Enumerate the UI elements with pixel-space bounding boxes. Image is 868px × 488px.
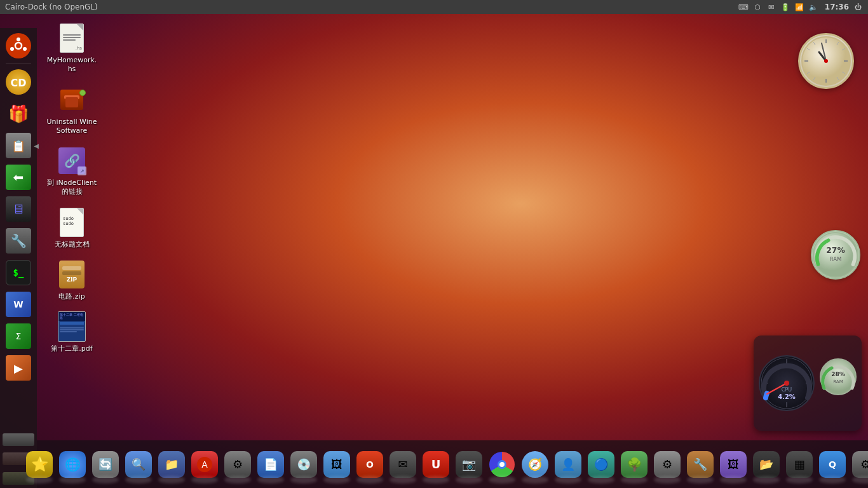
battery-icon: 🔋 [780, 2, 790, 12]
sidebar-collapse-arrow: ◀ [34, 142, 39, 149]
terminal-icon: $_ [6, 260, 31, 285]
dock-item-brown[interactable]: 🔧 [685, 449, 715, 480]
dock-item-bonsai[interactable]: 🌳 [619, 449, 649, 480]
svg-point-20 [824, 59, 828, 63]
svg-point-4 [10, 47, 14, 51]
ubuntu-u-icon: U [423, 451, 449, 478]
dock-item-office[interactable]: O [355, 449, 385, 480]
gift-icon: 🎁 [6, 101, 31, 126]
dock-item-browser[interactable]: 🌐 [57, 449, 88, 480]
bottom-dock: ⭐ 🌐 🔄 🔍 📁 A ⚙ [37, 440, 868, 488]
finder-icon: 📁 [158, 451, 185, 478]
dock-item-chrome[interactable] [487, 449, 517, 480]
sidebar-item-import[interactable]: ⬅ [3, 162, 34, 193]
inodeclient-icon: 🔗 ↗ [57, 146, 87, 176]
sidebar-divider-1 [6, 64, 31, 64]
ram-gauge-face: 27% RAM [811, 230, 860, 280]
ram-gauge-widget: 27% RAM [811, 230, 862, 281]
sidebar-item-cd[interactable]: CD [3, 67, 34, 97]
volume-icon: 🔈 [808, 2, 818, 12]
dock-item-grid[interactable]: ▦ [784, 449, 815, 480]
dock-item-clock[interactable]: 🔍 [123, 449, 154, 480]
svg-text:RAM: RAM [830, 256, 842, 262]
titlebar-title: Cairo-Dock (no OpenGL) [5, 3, 98, 11]
zip-icon: ZIP [57, 259, 87, 290]
wallpaper-icon: 🖼 [720, 451, 747, 478]
sidebar-item-screen[interactable]: 🖥 [3, 194, 34, 224]
desktop-icon-inodeclient[interactable]: 🔗 ↗ 到 iNodeClient 的链接 [43, 143, 100, 200]
wifi-icon: 📶 [794, 2, 804, 12]
sidebar-item-settings[interactable]: 🔧 [3, 226, 34, 256]
dock-item-camera[interactable]: 📷 [454, 449, 484, 480]
sidebar: CD 🎁 📋 ◀ ⬅ 🖥 🔧 $_ W [0, 28, 37, 488]
wine-label: Uninstall Wine Software [46, 118, 98, 136]
dock-item-safari[interactable]: 🧭 [520, 449, 550, 480]
dock-item-accounts[interactable]: 👤 [553, 449, 583, 480]
sidebar-item-calc[interactable]: Σ [3, 321, 34, 351]
desktop-icon-wine[interactable]: Uninstall Wine Software [43, 82, 100, 139]
wine-icon [57, 85, 87, 115]
dock-item-appmenu[interactable]: ⚙ [222, 449, 253, 480]
sidebar-item-writer[interactable]: W [3, 289, 34, 320]
desktop-icon-zip[interactable]: ZIP 电路.zip [43, 257, 100, 304]
desktop-icon-pdf[interactable]: 第十二章 二维电路 第十二章.pdf [43, 309, 100, 356]
myhomework-label: MyHomework.hs [46, 56, 98, 74]
settings-icon: 🔧 [6, 228, 31, 254]
pdf-icon: 第十二章 二维电路 [57, 311, 87, 342]
dock-item-disc[interactable]: 💿 [288, 449, 319, 480]
sidebar-item-files[interactable]: 📋 ◀ [3, 130, 34, 161]
ram-gauge2-group: 28% RAM [819, 358, 857, 396]
dock-item-settings[interactable]: ⚙ [850, 449, 868, 480]
power-icon: ⏻ [853, 2, 863, 12]
import-icon: ⬅ [6, 165, 31, 190]
dock-item-docviewer[interactable]: 📄 [255, 449, 286, 480]
qq-icon: Q [819, 451, 846, 478]
camera-icon: 📷 [456, 451, 482, 478]
dock-item-finder[interactable]: 📁 [156, 449, 187, 480]
sidebar-item-stack1[interactable] [0, 431, 37, 450]
dock-item-email[interactable]: ✉ [388, 449, 418, 480]
dock-item-update[interactable]: 🔄 [90, 449, 121, 480]
accounts-icon: 👤 [555, 451, 581, 478]
browser-icon: 🌐 [59, 451, 86, 478]
svg-text:RAM: RAM [833, 379, 843, 384]
keyboard-icon: ⌨ [738, 2, 749, 12]
sidebar-item-ubuntu[interactable] [3, 30, 34, 61]
svg-point-31 [784, 381, 789, 386]
sidebar-item-presentation[interactable]: ▶ [3, 353, 34, 383]
dock-item-star[interactable]: ⭐ [24, 449, 55, 480]
svg-text:4.2%: 4.2% [778, 393, 796, 400]
photos-icon: 🖼 [323, 451, 350, 478]
sidebar-item-gift[interactable]: 🎁 [3, 98, 34, 129]
office-icon: O [356, 451, 383, 478]
dock-item-qq[interactable]: Q [817, 449, 848, 480]
cd-icon: CD [6, 69, 31, 95]
desktop-icon-untitled[interactable]: sudosudo 无标题文档 [43, 205, 100, 252]
calc-icon: Σ [6, 323, 31, 349]
svg-text:28%: 28% [831, 371, 845, 377]
star-icon: ⭐ [26, 451, 53, 478]
desktop: CD 🎁 📋 ◀ ⬅ 🖥 🔧 $_ W [0, 14, 868, 488]
inodeclient-label: 到 iNodeClient 的链接 [46, 179, 98, 197]
svg-text:27%: 27% [826, 246, 845, 255]
dock-item-syslink[interactable]: ⚙ [652, 449, 682, 480]
zip-label: 电路.zip [58, 292, 85, 301]
sidebar-item-terminal[interactable]: $_ [3, 257, 34, 288]
dual-gauge-container: CPU 4.2% 28% [758, 355, 857, 412]
dock-item-ubuntu-software[interactable]: A [189, 449, 220, 480]
ram-gauge2-svg: 28% RAM [819, 358, 857, 396]
dock-item-photos[interactable]: 🖼 [322, 449, 352, 480]
grid-icon: ▦ [786, 451, 813, 478]
dock-item-ubuntu-u[interactable]: U [421, 449, 451, 480]
dock-item-wallpaper[interactable]: 🖼 [718, 449, 749, 480]
clock-svg [801, 36, 851, 86]
systray: ⌨ ⬡ ✉ 🔋 📶 🔈 17:36 ⏻ [738, 2, 863, 12]
update-icon: 🔄 [92, 451, 119, 478]
desktop-icon-myhomework[interactable]: .hs MyHomework.hs [43, 20, 100, 77]
desktop-icons: .hs MyHomework.hs Uninstall Wine Softwar… [43, 20, 100, 356]
svg-point-3 [23, 47, 27, 51]
dock-item-darkfiles[interactable]: 📂 [751, 449, 782, 480]
dock-item-teal[interactable]: 🔵 [586, 449, 616, 480]
myhomework-icon: .hs [57, 23, 87, 53]
ubuntu-software-icon: A [191, 451, 218, 478]
